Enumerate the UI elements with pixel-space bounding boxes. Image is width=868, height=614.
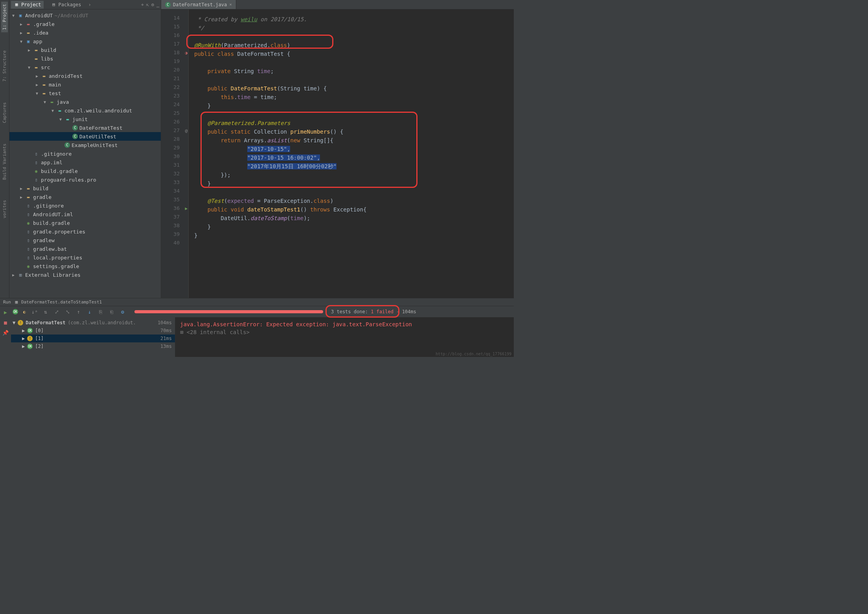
toggle-icon[interactable]: ▶ [35, 83, 39, 87]
tree-row[interactable]: ▼▬test [9, 89, 161, 97]
tree-row[interactable]: ▼▬com.zl.weilu.androidut [9, 106, 161, 115]
tree-row[interactable]: ▼▬junit [9, 115, 161, 123]
project-tree[interactable]: ▼▣AndroidUT ~/AndroidUT▶▬.gradle▶▬.idea▼… [9, 9, 161, 298]
panel-tab-project[interactable]: ▦ Project [11, 1, 44, 9]
stop-button[interactable]: ■ [2, 319, 9, 326]
code-line[interactable]: public void dateToStampTest1() throws Ex… [194, 205, 514, 214]
test-tree-root[interactable]: ▼!DateFormatTest (com.zl.weilu.androidut… [11, 319, 175, 327]
test-tree-item[interactable]: ▶OK[0]70ms [11, 327, 175, 335]
status-ok-icon[interactable]: OK [13, 309, 18, 314]
import-icon[interactable]: ⎗ [108, 309, 116, 315]
tree-row[interactable]: ▬libs [9, 54, 161, 63]
tree-row[interactable]: ▶▬main [9, 80, 161, 89]
tree-row[interactable]: ▯.gitignore [9, 149, 161, 158]
toggle-icon[interactable]: ▶ [35, 74, 39, 78]
expand-icon[interactable]: ⤢ [53, 309, 61, 315]
editor-tab-dateformattest[interactable]: C DateFormatTest.java × [161, 0, 236, 9]
code-line[interactable]: } [194, 101, 514, 110]
strip-tab-structure[interactable]: 7: Structure [1, 48, 8, 84]
toggle-icon[interactable]: ▼ [13, 320, 15, 325]
test-tree[interactable]: ▼!DateFormatTest (com.zl.weilu.androidut… [11, 317, 175, 357]
tree-row[interactable]: ▼▬src [9, 63, 161, 72]
hide-icon[interactable]: ⎯ [156, 2, 159, 7]
toggle-icon[interactable]: ▶ [22, 344, 25, 349]
gear-icon[interactable]: ⚙ [151, 2, 154, 7]
sort-icon[interactable]: ⇅ [42, 309, 50, 315]
code-line[interactable]: private String time; [194, 67, 514, 75]
tree-row[interactable]: ▯local.properties [9, 253, 161, 262]
toggle-icon[interactable]: ▼ [35, 91, 39, 96]
tree-row[interactable]: ▶▬androidTest [9, 72, 161, 80]
tree-row[interactable]: ▯gradle.properties [9, 227, 161, 236]
panel-tab-packages[interactable]: ▤ Packages [48, 1, 84, 9]
tree-row[interactable]: ◉settings.gradle [9, 262, 161, 270]
editor-code[interactable]: * Created by weilu on 2017/10/15. */@Run… [189, 9, 514, 298]
up-icon[interactable]: ↑ [75, 309, 83, 315]
toggle-icon[interactable]: ▶ [22, 328, 25, 333]
tree-row[interactable]: ▶▬.gradle [9, 20, 161, 28]
tree-row[interactable]: CExampleUnitTest [9, 141, 161, 149]
tree-row[interactable]: ▼▣app [9, 37, 161, 46]
code-line[interactable]: public DateFormatTest(String time) { [194, 84, 514, 93]
settings-gear-icon[interactable]: ⚙ [119, 309, 127, 315]
tree-row[interactable]: ◉build.gradle [9, 167, 161, 175]
export-icon[interactable]: ⎘ [97, 309, 105, 315]
test-tree-item[interactable]: ▶![1]21ms [11, 335, 175, 342]
tree-row[interactable]: ▶▥External Libraries [9, 270, 161, 279]
tree-row[interactable]: ▯proguard-rules.pro [9, 175, 161, 184]
tree-row[interactable]: ◉build.gradle [9, 219, 161, 227]
tree-row[interactable]: ▼▬java [9, 97, 161, 106]
toggle-icon[interactable]: ▶ [27, 48, 31, 52]
toggle-icon[interactable]: ▶ [19, 31, 24, 35]
target-icon[interactable]: ⌖ [141, 2, 144, 7]
tree-row[interactable]: ▯.gitignore [9, 201, 161, 210]
toggle-icon[interactable]: ▶ [19, 186, 24, 191]
code-line[interactable]: @Test(expected = ParseException.class) [194, 197, 514, 205]
code-line[interactable]: } [194, 231, 514, 240]
code-line[interactable]: DateUtil.dateToStamp(time); [194, 214, 514, 222]
test-console[interactable]: java.lang.AssertionError: Expected excep… [175, 317, 514, 357]
code-line[interactable]: } [194, 222, 514, 231]
toggle-icon[interactable]: ▼ [58, 117, 63, 121]
toggle-icon[interactable]: ▶ [19, 22, 24, 26]
test-tree-item[interactable]: ▶OK[2]13ms [11, 342, 175, 350]
tree-row[interactable]: CDateFormatTest [9, 123, 161, 132]
strip-tab-favorites[interactable]: vorites [1, 198, 8, 221]
toggle-icon[interactable]: ▶ [19, 195, 24, 199]
toggle-icon[interactable]: ▶ [11, 273, 16, 277]
toggle-icon[interactable]: ▼ [50, 108, 55, 113]
strip-tab-captures[interactable]: Captures [1, 100, 8, 125]
sort-az-icon[interactable]: ↓ᵃ [31, 309, 39, 315]
filter-icon[interactable]: ◐ [21, 309, 28, 315]
collapse-all-icon[interactable]: ⤡ [64, 309, 72, 315]
pin-button[interactable]: 📌 [2, 329, 9, 336]
tree-row[interactable]: CDateUtilTest [9, 132, 161, 141]
strip-tab-project[interactable]: 1: Project [1, 2, 8, 32]
tree-row[interactable]: ▯app.iml [9, 158, 161, 167]
code-line[interactable] [194, 75, 514, 84]
tree-row[interactable]: ▶▬gradle [9, 193, 161, 201]
tree-row[interactable]: ▯AndroidUT.iml [9, 210, 161, 219]
code-line[interactable] [194, 188, 514, 197]
tree-row[interactable]: ▶▬build [9, 46, 161, 54]
down-icon[interactable]: ↓ [86, 309, 94, 315]
tree-row[interactable]: ▶▬.idea [9, 28, 161, 37]
toggle-icon[interactable]: ▼ [27, 65, 31, 70]
code-line[interactable] [194, 58, 514, 67]
toggle-icon[interactable]: ▶ [22, 336, 25, 341]
strip-tab-build-variants[interactable]: Build Variants [1, 141, 8, 182]
toggle-icon[interactable]: ▼ [11, 13, 16, 18]
code-line[interactable] [194, 240, 514, 248]
rerun-button[interactable]: ▶ [2, 309, 9, 316]
collapse-icon[interactable]: ⇱ [146, 2, 149, 7]
toggle-icon[interactable]: ▼ [42, 100, 47, 104]
tree-row[interactable]: ▯gradlew [9, 236, 161, 244]
chevron-right-icon[interactable]: › [88, 2, 91, 7]
close-icon[interactable]: × [229, 2, 232, 7]
tree-row[interactable]: ▶▬build [9, 184, 161, 193]
toggle-icon[interactable]: ▼ [19, 39, 24, 44]
code-line[interactable]: public class DateFormatTest { [194, 50, 514, 58]
code-line[interactable]: */ [194, 24, 514, 32]
tree-row[interactable]: ▯gradlew.bat [9, 244, 161, 253]
tree-row[interactable]: ▼▣AndroidUT ~/AndroidUT [9, 11, 161, 20]
